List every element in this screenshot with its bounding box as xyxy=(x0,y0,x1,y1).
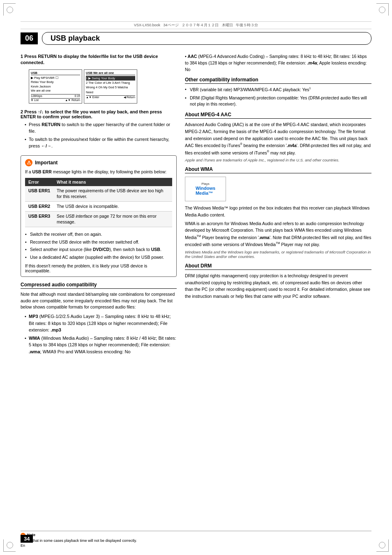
wma-body2: WMA is an acronym for Windows Media Audi… xyxy=(185,220,371,248)
step2-block: 2 Press ↑/↓ to select the file you want … xyxy=(21,109,177,150)
meta-bar: VSX-LX50.book 34ページ ２００７年４月１２日 木曜日 午後５時３… xyxy=(21,21,371,29)
page-number: 34 xyxy=(21,535,33,543)
chapter-title: USB playback xyxy=(42,32,371,45)
mp3-format: MP3 (MPEG-1/2/2.5 Audio Layer 3) – Sampl… xyxy=(25,313,177,334)
circle-mark-tl xyxy=(7,7,13,13)
about-drm-header: About DRM xyxy=(185,263,371,270)
wma-note: Windows Media and the Windows logo are t… xyxy=(185,250,371,259)
warning-icon: ⚠ xyxy=(25,159,32,166)
error-desc-2: The USB device is incompatible. xyxy=(53,201,172,211)
usb-nav2: ▲▼ Return xyxy=(65,99,80,102)
about-drm-section: About DRM DRM (digital rights management… xyxy=(185,263,371,300)
about-mpeg-body: Advanced Audio Coding (AAC) is at the co… xyxy=(185,121,371,156)
compat-info-section: Other compatibility information VBR (var… xyxy=(185,77,371,108)
error-desc-1: The power requirements of the USB device… xyxy=(53,186,172,202)
page-footer: N Note 1 Note that in some cases playbac… xyxy=(21,531,371,543)
usb-item-4: 4 Oh My God xyxy=(96,85,114,89)
right-column: • AAC (MPEG-4 Advanced Audio Coding) – S… xyxy=(185,53,371,356)
error-col-header: Error xyxy=(25,178,53,186)
step2-bullet-2: To switch to the previous/next folder or… xyxy=(25,136,177,150)
remedy-list: Switch the receiver off, then on again. … xyxy=(25,231,172,261)
important-title: Important xyxy=(35,160,58,166)
circle-mark-bl xyxy=(7,542,13,548)
compat-bullet-1: VBR (variable bit rate) MP3/WMA/MPEG-4 A… xyxy=(185,86,371,93)
usb-bps: 128Kbps xyxy=(31,94,42,97)
chapter-header: 06 USB playback xyxy=(21,32,371,45)
note-text: 1 Note that in some cases playback time … xyxy=(21,539,371,543)
table-row: USB ERR1 The power requirements of the U… xyxy=(25,186,172,202)
aac-section: • AAC (MPEG-4 Advanced Audio Coding) – S… xyxy=(185,53,371,73)
usb-mockup: USB ▶ Play MP3/VBR ☐ Relax Your Body Kev… xyxy=(29,69,177,104)
left-column: 1 Press RETURN to display the folder/fil… xyxy=(21,53,177,356)
usb2-nav1: ▲▼ Enter xyxy=(86,96,99,99)
chapter-number: 06 xyxy=(21,32,38,44)
compressed-intro: Note that although most standard bit/sam… xyxy=(21,291,177,311)
about-mpeg-header: About MPEG-4 AAC xyxy=(185,112,371,119)
main-content: 1 Press RETURN to display the folder/fil… xyxy=(21,53,371,356)
aac-bullet: • AAC (MPEG-4 Advanced Audio Coding) – S… xyxy=(185,53,371,73)
usb-time: 0:15 xyxy=(74,94,80,97)
about-wma-section: About WMA Plays Windows Media™ The Windo… xyxy=(185,166,371,259)
remedy-1: Switch the receiver off, then on again. xyxy=(25,231,172,238)
wma-body1: The Windows Media™ logo printed on the b… xyxy=(185,205,371,219)
format-list: MP3 (MPEG-1/2/2.5 Audio Layer 3) – Sampl… xyxy=(25,313,177,355)
usb-screen2-header: USB We are all one xyxy=(86,71,135,75)
usb-item-2: 2 The Color of Life xyxy=(86,81,111,85)
step2-bullet-1: Press RETURN to switch to the upper hier… xyxy=(25,121,177,135)
usb-body3: We are all one xyxy=(31,89,80,93)
error-code-1: USB ERR1 xyxy=(25,186,53,202)
compat-bullet-2: DRM (Digital Rights Management) protecti… xyxy=(185,95,371,108)
itunes-note: Apple and iTunes are trademarks of Apple… xyxy=(185,158,371,162)
usb-play-line: ▶ Play MP3/VBR ☐ xyxy=(31,76,80,81)
usb-body2: Kevin Jackson xyxy=(31,85,80,89)
remedy-3: Select another input source (like DVD/CD… xyxy=(25,246,172,253)
important-box: ⚠ Important If a USB ERR message lights … xyxy=(21,155,177,277)
about-drm-body: DRM (digital rights management) copy pro… xyxy=(185,272,371,300)
usb-screen2: USB We are all one 1 ▶ Swing Your Body 2… xyxy=(84,69,137,104)
wma-windows-text: Windows Media™ xyxy=(196,186,215,196)
step1-block: 1 Press RETURN to display the folder/fil… xyxy=(21,53,177,104)
compressed-header: Compressed audio compatibility xyxy=(21,282,177,289)
error-table: Error What it means USB ERR1 The power r… xyxy=(25,178,172,227)
about-mpeg-section: About MPEG-4 AAC Advanced Audio Coding (… xyxy=(185,112,371,162)
usb-item-1: 1 ▶ Swing Your Body xyxy=(86,76,135,81)
page-lang: En xyxy=(21,543,25,548)
about-wma-header: About WMA xyxy=(185,166,371,173)
important-header: ⚠ Important xyxy=(25,159,172,166)
usb2-nav2: ◀ Return xyxy=(124,96,135,99)
incompatible-note: If this doesn't remedy the problem, it i… xyxy=(25,263,172,273)
circle-mark-br xyxy=(379,542,385,548)
remedy-4: Use a dedicated AC adapter (supplied wit… xyxy=(25,254,172,261)
compat-info-header: Other compatibility information xyxy=(185,77,371,84)
circle-mark-tr xyxy=(379,7,385,13)
step2-bullets: Press RETURN to switch to the upper hier… xyxy=(25,121,177,150)
compressed-section: Compressed audio compatibility Note that… xyxy=(21,282,177,355)
step2-title: 2 Press ↑/↓ to select the file you want … xyxy=(21,109,177,119)
step1-title: 1 Press RETURN to display the folder/fil… xyxy=(21,53,177,66)
usb-label: USB xyxy=(31,71,37,75)
wma-logo: Plays Windows Media™ xyxy=(185,177,226,201)
usb-body1: Relax Your Body xyxy=(31,80,80,85)
table-row: USB ERR2 The USB device is incompatible. xyxy=(25,201,172,211)
remedy-2: Reconnect the USB device with the receiv… xyxy=(25,239,172,246)
error-code-2: USB ERR2 xyxy=(25,201,53,211)
usb-screen1: USB ▶ Play MP3/VBR ☐ Relax Your Body Kev… xyxy=(29,69,82,104)
table-row: USB ERR3 See USB interface on page 72 fo… xyxy=(25,211,172,227)
error-code-3: USB ERR3 xyxy=(25,211,53,227)
wma-format: WMA (Windows Media Audio) – Sampling rat… xyxy=(25,335,177,355)
usb-nav1: ⬆ List xyxy=(31,99,39,102)
note-section: N Note 1 Note that in some cases playbac… xyxy=(21,531,371,543)
means-col-header: What it means xyxy=(53,178,172,186)
error-desc-3: See USB interface on page 72 for more on… xyxy=(53,211,172,227)
wma-plays-text: Plays xyxy=(201,182,210,186)
important-intro: If a USB ERR message lights in the displ… xyxy=(25,169,172,175)
